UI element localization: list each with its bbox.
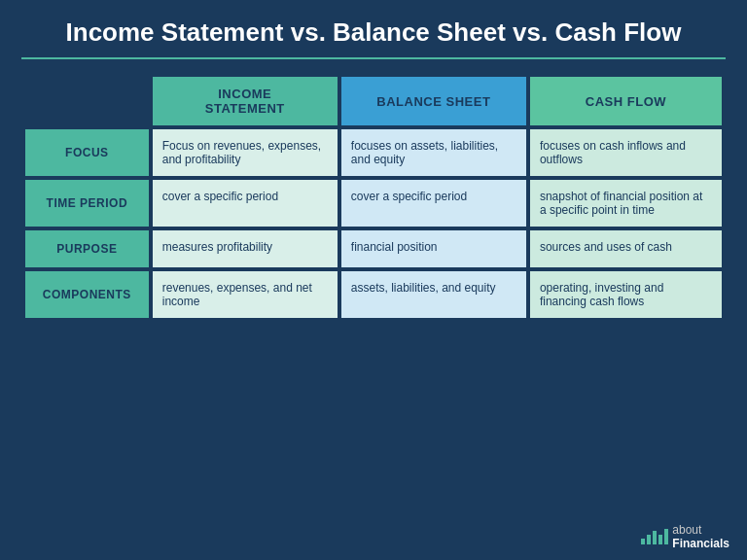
branding: about Financials [641, 523, 729, 550]
comparison-table-container: INCOMESTATEMENT BALANCE SHEET CASH FLOW … [21, 73, 726, 322]
branding-text: about Financials [672, 523, 729, 550]
page-wrapper: Income Statement vs. Balance Sheet vs. C… [0, 0, 747, 560]
row-label-time-period: TIME PERIOD [25, 180, 149, 227]
bar2 [647, 535, 651, 544]
branding-about: about [672, 523, 701, 537]
header-income-statement: INCOMESTATEMENT [153, 77, 338, 125]
header-empty [25, 77, 149, 125]
table-row: COMPONENTSrevenues, expenses, and net in… [25, 271, 722, 318]
row-label-components: COMPONENTS [25, 271, 149, 318]
cell-income-2: measures profitability [153, 230, 338, 267]
cell-balance-3: assets, liabilities, and equity [341, 271, 526, 318]
row-label-purpose: PURPOSE [25, 230, 149, 267]
header-cash-flow: CASH FLOW [530, 77, 722, 125]
bar1 [641, 539, 645, 544]
table-row: PURPOSEmeasures profitabilityfinancial p… [25, 230, 722, 267]
comparison-table: INCOMESTATEMENT BALANCE SHEET CASH FLOW … [21, 73, 726, 322]
cell-cashflow-1: snapshot of financial position at a spec… [530, 180, 722, 227]
cell-cashflow-2: sources and uses of cash [530, 230, 722, 267]
page-title: Income Statement vs. Balance Sheet vs. C… [21, 18, 726, 59]
bar5 [664, 529, 668, 544]
table-row: TIME PERIODcover a specific periodcover … [25, 180, 722, 227]
table-row: FOCUSFocus on revenues, expenses, and pr… [25, 129, 722, 176]
branding-bars-icon [641, 529, 668, 544]
cell-cashflow-3: operating, investing and financing cash … [530, 271, 722, 318]
cell-income-0: Focus on revenues, expenses, and profita… [153, 129, 338, 176]
cell-income-1: cover a specific period [153, 180, 338, 227]
cell-balance-1: cover a specific period [341, 180, 526, 227]
cell-balance-0: focuses on assets, liabilities, and equi… [341, 129, 526, 176]
bar4 [658, 535, 662, 544]
cell-balance-2: financial position [341, 230, 526, 267]
cell-cashflow-0: focuses on cash inflows and outflows [530, 129, 722, 176]
header-balance-sheet: BALANCE SHEET [341, 77, 526, 125]
bar3 [653, 531, 657, 544]
cell-income-3: revenues, expenses, and net income [153, 271, 338, 318]
row-label-focus: FOCUS [25, 129, 149, 176]
branding-financials: Financials [672, 537, 729, 550]
